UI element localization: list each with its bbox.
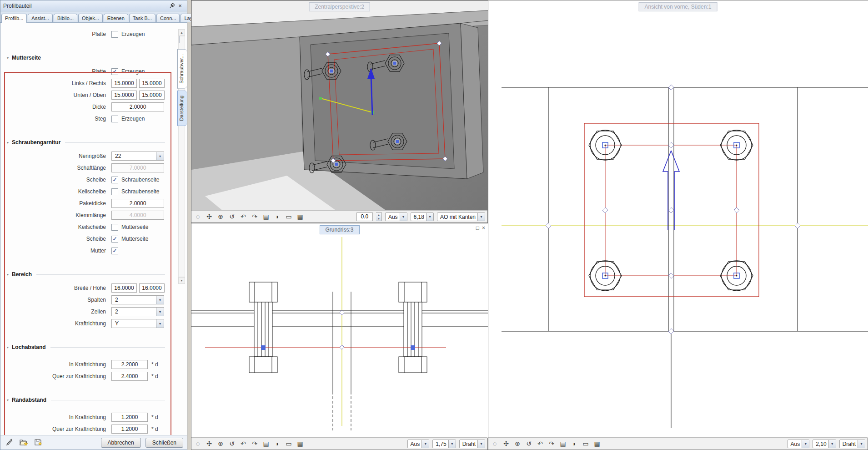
viewport-perspective[interactable]: Zentralperspektive:2 <box>191 0 488 223</box>
collapse-icon[interactable]: ▾ <box>7 141 9 145</box>
scheibe-schraubenseite-checkbox[interactable]: ✓ <box>111 177 118 183</box>
spin-up-icon[interactable]: ▴ <box>376 213 381 217</box>
nenngroesse-dropdown[interactable]: 22 ▾ <box>111 152 164 161</box>
save-favorite-icon[interactable] <box>33 438 43 447</box>
mutterseite-platte-checkbox[interactable]: ✓ <box>111 68 118 75</box>
chevron-down-icon[interactable]: ▾ <box>156 296 164 304</box>
side-tab-darstellung[interactable]: Darstellung <box>177 91 187 126</box>
tab-task-board[interactable]: Task B... <box>129 14 156 22</box>
rand-quer-input[interactable] <box>111 425 148 434</box>
chevron-down-icon[interactable]: ▾ <box>156 152 164 160</box>
snap-dropdown[interactable]: Aus ▾ <box>407 440 430 448</box>
snap-dropdown[interactable]: Aus ▾ <box>385 212 407 221</box>
redo-view-icon[interactable]: ↷ <box>251 440 259 447</box>
rechts-input[interactable] <box>139 79 165 88</box>
tab-assistent[interactable]: Assist... <box>28 14 53 22</box>
scroll-up-icon[interactable]: ▴ <box>178 29 185 36</box>
section-icon[interactable]: ▭ <box>285 213 293 220</box>
undo-view-icon[interactable]: ↶ <box>239 213 247 220</box>
viewport-title[interactable]: Zentralperspektive:2 <box>309 2 370 11</box>
render-mode-dropdown[interactable]: Draht ▾ <box>839 440 865 448</box>
grid-icon[interactable]: ▦ <box>593 440 601 447</box>
orbit-icon[interactable]: ↺ <box>228 440 236 447</box>
orbit-icon[interactable]: ↺ <box>228 213 236 220</box>
tab-connect[interactable]: Conn... <box>156 14 180 22</box>
viewport-title[interactable]: Grundriss:3 <box>319 225 359 234</box>
keilscheibe-mutterseite-checkbox[interactable]: ✓ <box>111 224 118 231</box>
projection-icon[interactable]: ◗ <box>273 213 281 220</box>
collapse-icon[interactable]: ▾ <box>7 273 9 277</box>
angle-spinner[interactable]: ▴ ▾ <box>376 212 382 221</box>
collapse-icon[interactable]: ▾ <box>7 345 9 349</box>
render-mode-dropdown[interactable]: Draht ▾ <box>459 440 485 448</box>
maximize-icon[interactable]: □ <box>476 225 479 231</box>
zoom-in-icon[interactable]: ⊕ <box>513 440 522 447</box>
cancel-button[interactable]: Abbrechen <box>101 438 141 448</box>
tab-bibliothek[interactable]: Biblio... <box>54 14 77 22</box>
scheibe-mutterseite-checkbox[interactable]: ✓ <box>111 236 118 243</box>
chevron-down-icon[interactable]: ▾ <box>448 440 456 448</box>
zoom-fit-icon[interactable]: ✣ <box>205 440 213 447</box>
chevron-down-icon[interactable]: ▾ <box>828 440 836 448</box>
oben-input[interactable] <box>139 91 165 100</box>
copy-view-icon[interactable]: ▤ <box>262 440 270 447</box>
chevron-down-icon[interactable]: ▾ <box>156 308 164 316</box>
unten-input[interactable] <box>111 91 137 100</box>
mutter-checkbox[interactable]: ✓ <box>111 248 118 254</box>
chevron-down-icon[interactable]: ▾ <box>400 213 407 221</box>
tab-profilbauteil[interactable]: Profilb... <box>1 14 27 23</box>
scale-dropdown[interactable]: 6,18 ▾ <box>411 212 434 221</box>
zoom-fit-icon[interactable]: ✣ <box>205 213 213 220</box>
dicke-input[interactable] <box>111 102 164 111</box>
tab-ebenen[interactable]: Ebenen <box>104 14 128 22</box>
zoom-in-icon[interactable]: ⊕ <box>216 213 225 220</box>
close-icon[interactable]: × <box>482 225 485 231</box>
loch-in-kraftrichtung-input[interactable] <box>111 360 148 369</box>
scale-dropdown[interactable]: 1,75 ▾ <box>432 440 456 448</box>
platte-erzeugen-checkbox[interactable]: ✓ <box>111 31 118 38</box>
close-button[interactable]: Schließen <box>146 438 183 448</box>
snap-dropdown[interactable]: Aus ▾ <box>788 440 810 448</box>
paketdicke-input[interactable] <box>111 199 164 208</box>
render-mode-dropdown[interactable]: AO mit Kanten ▾ <box>437 212 485 221</box>
track-mode-icon[interactable]: ◌ <box>194 213 202 220</box>
redo-view-icon[interactable]: ↷ <box>547 440 556 447</box>
grid-icon[interactable]: ▦ <box>296 440 304 447</box>
zeilen-dropdown[interactable]: 2 ▾ <box>111 307 164 316</box>
scale-dropdown[interactable]: 2,10 ▾ <box>813 440 836 448</box>
projection-icon[interactable]: ◗ <box>273 440 281 447</box>
track-mode-icon[interactable]: ◌ <box>194 440 202 447</box>
viewport-plan[interactable]: Grundriss:3 □ × <box>191 223 488 450</box>
section-icon[interactable]: ▭ <box>582 440 590 447</box>
side-tab-schraubverbindung[interactable]: Schraubver... <box>177 49 187 89</box>
kraftrichtung-dropdown[interactable]: Y ▾ <box>111 319 164 328</box>
front-view-drawing[interactable] <box>488 0 868 438</box>
spalten-dropdown[interactable]: 2 ▾ <box>111 295 164 304</box>
collapse-icon[interactable]: ▾ <box>7 398 9 402</box>
undo-view-icon[interactable]: ↶ <box>536 440 544 447</box>
scrollbar-thumb[interactable] <box>179 36 180 43</box>
pin-icon[interactable] <box>168 2 176 10</box>
rand-in-kraftrichtung-input[interactable] <box>111 413 148 422</box>
eyedropper-icon[interactable] <box>4 438 14 447</box>
viewport-title[interactable]: Ansicht von vorne, Süden:1 <box>639 2 717 11</box>
hoehe-input[interactable] <box>139 283 165 293</box>
chevron-down-icon[interactable]: ▾ <box>802 440 809 448</box>
redo-view-icon[interactable]: ↷ <box>251 213 259 220</box>
copy-view-icon[interactable]: ▤ <box>559 440 567 447</box>
track-mode-icon[interactable]: ◌ <box>491 440 499 447</box>
breite-input[interactable] <box>111 283 137 293</box>
orbit-icon[interactable]: ↺ <box>525 440 533 447</box>
section-icon[interactable]: ▭ <box>285 440 293 447</box>
collapse-icon[interactable]: ▾ <box>7 56 9 60</box>
scroll-down-icon[interactable]: ▾ <box>178 277 185 284</box>
undo-view-icon[interactable]: ↶ <box>239 440 247 447</box>
view-angle-input[interactable] <box>356 212 373 221</box>
zoom-fit-icon[interactable]: ✣ <box>502 440 510 447</box>
chevron-down-icon[interactable]: ▾ <box>426 213 433 221</box>
chevron-down-icon[interactable]: ▾ <box>477 440 485 448</box>
open-favorite-icon[interactable] <box>19 438 29 447</box>
chevron-down-icon[interactable]: ▾ <box>858 440 865 448</box>
projection-icon[interactable]: ◗ <box>570 440 578 447</box>
copy-view-icon[interactable]: ▤ <box>262 213 270 220</box>
